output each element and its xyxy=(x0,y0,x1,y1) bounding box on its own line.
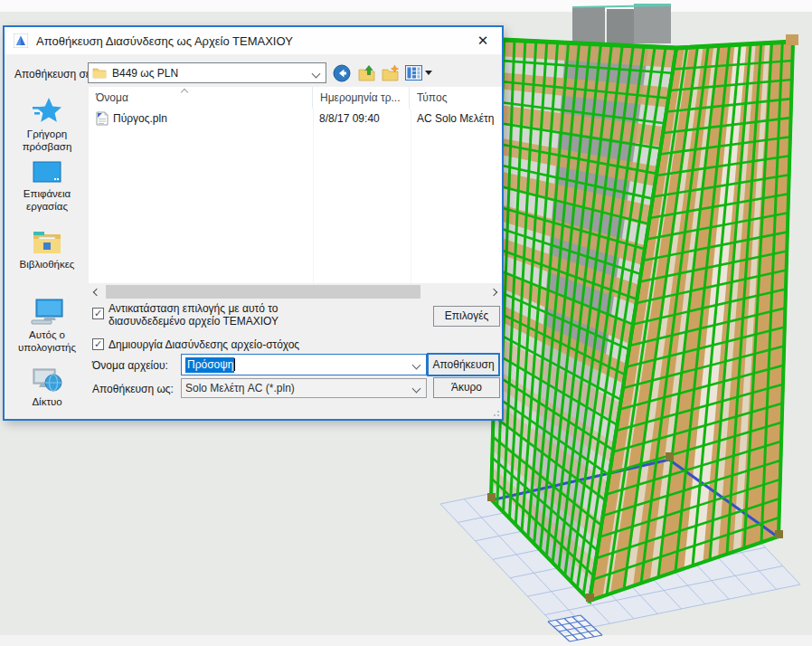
sort-ascending-icon xyxy=(181,89,188,96)
column-header-name[interactable]: Όνομα xyxy=(89,87,313,109)
scroll-right-button[interactable] xyxy=(487,284,502,299)
column-separator xyxy=(411,109,411,283)
save-in-label: Αποθήκευση σε: xyxy=(14,68,94,81)
sidebar-item-this-pc[interactable]: Αυτός ο υπολογιστής xyxy=(8,299,86,354)
resize-grip[interactable] xyxy=(490,407,499,416)
dialog-title: Αποθήκευση Διασύνδεσης ως Αρχείο ΤΕΜΑΧΙΟ… xyxy=(36,34,293,48)
sidebar-item-label: Αυτός ο υπολογιστής xyxy=(18,329,76,353)
filename-input[interactable]: Πρόσοψη xyxy=(181,354,427,375)
folder-up-icon xyxy=(358,64,376,82)
replace-selection-label[interactable]: Αντικατάσταση επιλογής με αυτό το διασυν… xyxy=(109,302,336,328)
save-as-type-dropdown[interactable]: Solo Μελέτη AC (*.pln) xyxy=(181,378,427,398)
file-list: Όνομα Ημερομηνία τρ... Τύπος Πύργος.pln … xyxy=(89,87,502,283)
file-list-header: Όνομα Ημερομηνία τρ... Τύπος xyxy=(89,87,502,109)
scroll-left-button[interactable] xyxy=(89,284,103,299)
view-menu-icon xyxy=(405,65,422,81)
new-folder-icon xyxy=(382,64,400,82)
quick-access-star-icon xyxy=(33,96,61,125)
sidebar-item-quick-access[interactable]: Γρήγορη πρόσβαση xyxy=(8,96,86,153)
archicad-app-icon xyxy=(14,33,28,48)
sidebar-item-libraries[interactable]: Βιβλιοθήκες xyxy=(8,228,86,271)
sidebar-item-label: Επιφάνεια εργασίας xyxy=(24,188,71,212)
view-menu-button[interactable] xyxy=(402,62,435,84)
sidebar-item-label: Βιβλιοθήκες xyxy=(20,259,75,270)
dialog-titlebar: Αποθήκευση Διασύνδεσης ως Αρχείο ΤΕΜΑΧΙΟ… xyxy=(5,27,502,54)
sidebar-item-label: Γρήγορη πρόσβαση xyxy=(23,128,72,152)
desktop-monitor-icon xyxy=(33,161,61,185)
horizontal-scrollbar[interactable] xyxy=(89,284,502,299)
chevron-left-icon xyxy=(93,288,100,295)
places-sidebar: Γρήγορη πρόσβαση Επιφάνεια εργασίας Βιβλ… xyxy=(8,87,86,417)
pln-file-icon xyxy=(96,111,109,126)
chevron-down-icon xyxy=(312,70,321,79)
file-date: 8/8/17 09:40 xyxy=(313,112,410,125)
back-button[interactable] xyxy=(330,62,353,84)
filename-value-selected: Πρόσοψη xyxy=(185,357,234,373)
check-icon: ✓ xyxy=(94,308,102,318)
column-header-date[interactable]: Ημερομηνία τρ... xyxy=(313,87,410,109)
up-one-level-button[interactable] xyxy=(355,62,378,84)
chevron-right-icon xyxy=(490,288,497,295)
column-header-type[interactable]: Τύπος xyxy=(410,87,502,109)
file-type: AC Solo Μελέτη xyxy=(410,112,502,125)
create-link-checkbox[interactable]: ✓ xyxy=(92,338,104,350)
dropdown-caret-icon xyxy=(425,71,432,75)
save-button[interactable]: Αποθήκευση xyxy=(427,353,500,376)
back-globe-icon xyxy=(333,64,351,82)
text-caret xyxy=(234,358,235,371)
sidebar-item-desktop[interactable]: Επιφάνεια εργασίας xyxy=(8,161,86,213)
save-as-type-value: Solo Μελέτη AC (*.pln) xyxy=(185,382,295,394)
column-separator xyxy=(313,109,314,283)
cancel-button[interactable]: Άκυρο xyxy=(433,377,500,398)
chevron-down-icon xyxy=(412,385,421,394)
options-button[interactable]: Επιλογές xyxy=(433,306,500,327)
file-row[interactable]: Πύργος.pln 8/8/17 09:40 AC Solo Μελέτη xyxy=(89,109,502,128)
save-in-combobox[interactable]: B449 ως PLN xyxy=(88,62,326,83)
file-name: Πύργος.pln xyxy=(113,112,167,125)
close-icon[interactable]: ✕ xyxy=(471,30,495,52)
folder-icon xyxy=(92,67,107,79)
create-link-label[interactable]: Δημιουργία Διασύνδεσης αρχείο-στόχος xyxy=(109,338,380,351)
new-folder-button[interactable] xyxy=(379,62,401,84)
save-as-type-label: Αποθήκευση ως: xyxy=(92,383,174,395)
chevron-down-icon xyxy=(412,361,421,370)
sidebar-item-label: Δίκτυο xyxy=(32,396,61,407)
this-pc-icon xyxy=(31,299,63,326)
save-in-value: B449 ως PLN xyxy=(112,67,178,80)
network-globe-icon xyxy=(32,367,62,393)
save-link-dialog: Αποθήκευση Διασύνδεσης ως Αρχείο ΤΕΜΑΧΙΟ… xyxy=(3,25,504,421)
libraries-folder-icon xyxy=(32,228,62,255)
scrollbar-thumb[interactable] xyxy=(106,285,420,299)
filename-label: Όνομα αρχείου: xyxy=(92,359,168,372)
check-icon: ✓ xyxy=(94,338,102,349)
sidebar-item-network[interactable]: Δίκτυο xyxy=(8,367,86,408)
replace-selection-checkbox[interactable]: ✓ xyxy=(92,308,104,319)
